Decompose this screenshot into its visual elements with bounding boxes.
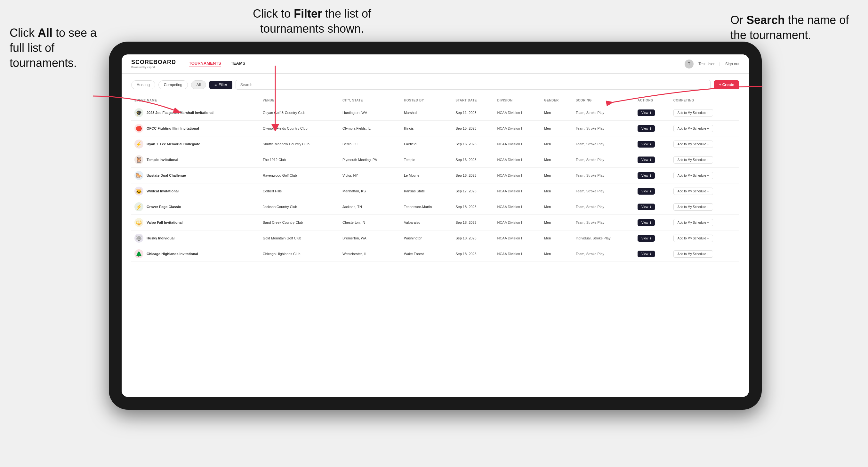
view-button-3[interactable]: View ℹ — [638, 157, 655, 163]
division-0: NCAA Division I — [494, 105, 540, 121]
team-logo-6: ⚡ — [134, 202, 144, 211]
add-schedule-button-5[interactable]: Add to My Schedule + — [673, 188, 713, 195]
add-schedule-button-0[interactable]: Add to My Schedule + — [673, 109, 713, 117]
event-cell-8: 🐺 Husky Individual — [131, 230, 259, 246]
add-schedule-button-9[interactable]: Add to My Schedule + — [673, 250, 713, 258]
actions-cell-3: View ℹ — [634, 152, 670, 168]
tab-hosting[interactable]: Hosting — [131, 80, 155, 89]
scoring-2: Team, Stroke Play — [572, 136, 634, 152]
event-cell-4: 🐎 Upstate Dual Challenge — [131, 168, 259, 183]
add-schedule-button-7[interactable]: Add to My Schedule + — [673, 219, 713, 226]
city-state-1: Olympia Fields, IL — [339, 121, 401, 136]
venue-5: Colbert Hills — [259, 183, 339, 199]
city-state-3: Plymouth Meeting, PA — [339, 152, 401, 168]
scoring-8: Individual, Stroke Play — [572, 230, 634, 246]
actions-cell-4: View ℹ — [634, 168, 670, 183]
venue-1: Olympia Fields Country Club — [259, 121, 339, 136]
team-logo-3: 🦉 — [134, 155, 144, 164]
view-button-0[interactable]: View ℹ — [638, 110, 655, 116]
gender-8: Men — [541, 230, 572, 246]
view-button-4[interactable]: View ℹ — [638, 172, 655, 179]
filter-label: Filter — [219, 83, 227, 87]
nav-link-tournaments[interactable]: TOURNAMENTS — [189, 61, 221, 67]
city-state-8: Bremerton, WA — [339, 230, 401, 246]
event-name-6: Grover Page Classic — [147, 205, 181, 209]
event-name-0: 2023 Joe Feaganes Marshall Invitational — [147, 111, 214, 115]
add-schedule-button-6[interactable]: Add to My Schedule + — [673, 203, 713, 211]
division-5: NCAA Division I — [494, 183, 540, 199]
sign-out-link[interactable]: Sign out — [725, 62, 739, 66]
division-8: NCAA Division I — [494, 230, 540, 246]
division-9: NCAA Division I — [494, 246, 540, 262]
city-state-6: Jackson, TN — [339, 199, 401, 215]
division-2: NCAA Division I — [494, 136, 540, 152]
col-gender: GENDER — [541, 96, 572, 105]
tab-competing[interactable]: Competing — [158, 80, 188, 89]
team-logo-2: ⚡ — [134, 139, 144, 149]
view-button-6[interactable]: View ℹ — [638, 204, 655, 210]
table-row: 🎓 2023 Joe Feaganes Marshall Invitationa… — [131, 105, 739, 121]
tablet-screen: SCOREBOARD Powered by clippd TOURNAMENTS… — [122, 54, 749, 397]
view-button-7[interactable]: View ℹ — [638, 219, 655, 226]
hosted-by-9: Wake Forest — [401, 246, 452, 262]
start-date-5: Sep 17, 2023 — [452, 183, 494, 199]
filter-button[interactable]: ≡ Filter — [209, 81, 232, 89]
view-button-5[interactable]: View ℹ — [638, 188, 655, 195]
table-row: 🐺 Husky Individual Gold Mountain Golf Cl… — [131, 230, 739, 246]
team-logo-9: 🌲 — [134, 249, 144, 258]
table-row: 🔴 OFCC Fighting Illini Invitational Olym… — [131, 121, 739, 136]
add-schedule-button-1[interactable]: Add to My Schedule + — [673, 125, 713, 132]
event-name-2: Ryan T. Lee Memorial Collegiate — [147, 142, 200, 146]
gender-2: Men — [541, 136, 572, 152]
view-button-9[interactable]: View ℹ — [638, 251, 655, 257]
table-row: 🦉 Temple Invitational The 1912 Club Plym… — [131, 152, 739, 168]
add-schedule-button-4[interactable]: Add to My Schedule + — [673, 172, 713, 179]
competing-cell-2: Add to My Schedule + — [670, 136, 739, 152]
competing-cell-9: Add to My Schedule + — [670, 246, 739, 262]
add-schedule-button-8[interactable]: Add to My Schedule + — [673, 235, 713, 242]
view-button-1[interactable]: View ℹ — [638, 125, 655, 132]
view-button-8[interactable]: View ℹ — [638, 235, 655, 242]
annotation-topcenter: Click to Filter the list of tournaments … — [224, 6, 400, 36]
user-name: Test User — [699, 62, 715, 66]
create-button[interactable]: + Create — [714, 80, 739, 89]
event-cell-2: ⚡ Ryan T. Lee Memorial Collegiate — [131, 136, 259, 152]
actions-cell-7: View ℹ — [634, 215, 670, 230]
gender-9: Men — [541, 246, 572, 262]
col-start-date: START DATE — [452, 96, 494, 105]
venue-6: Jackson Country Club — [259, 199, 339, 215]
actions-cell-5: View ℹ — [634, 183, 670, 199]
scoring-0: Team, Stroke Play — [572, 105, 634, 121]
scoring-9: Team, Stroke Play — [572, 246, 634, 262]
gender-4: Men — [541, 168, 572, 183]
col-actions: ACTIONS — [634, 96, 670, 105]
start-date-8: Sep 18, 2023 — [452, 230, 494, 246]
nav-divider: | — [719, 62, 720, 66]
competing-cell-3: Add to My Schedule + — [670, 152, 739, 168]
start-date-0: Sep 11, 2023 — [452, 105, 494, 121]
gender-3: Men — [541, 152, 572, 168]
event-name-4: Upstate Dual Challenge — [147, 174, 186, 177]
hosted-by-5: Kansas State — [401, 183, 452, 199]
table-row: ⚡ Ryan T. Lee Memorial Collegiate Shuttl… — [131, 136, 739, 152]
nav-link-teams[interactable]: TEAMS — [231, 61, 246, 67]
event-cell-1: 🔴 OFCC Fighting Illini Invitational — [131, 121, 259, 136]
division-6: NCAA Division I — [494, 199, 540, 215]
view-button-2[interactable]: View ℹ — [638, 141, 655, 148]
division-4: NCAA Division I — [494, 168, 540, 183]
add-schedule-button-2[interactable]: Add to My Schedule + — [673, 141, 713, 148]
team-logo-5: 🐱 — [134, 187, 144, 195]
search-input[interactable] — [236, 80, 711, 90]
hosted-by-2: Fairfield — [401, 136, 452, 152]
event-name-5: Wildcat Invitational — [147, 189, 179, 193]
start-date-3: Sep 16, 2023 — [452, 152, 494, 168]
venue-8: Gold Mountain Golf Club — [259, 230, 339, 246]
gender-1: Men — [541, 121, 572, 136]
add-schedule-button-3[interactable]: Add to My Schedule + — [673, 156, 713, 163]
col-scoring: SCORING — [572, 96, 634, 105]
table-row: 🔱 Valpo Fall Invitational Sand Creek Cou… — [131, 215, 739, 230]
tab-all[interactable]: All — [191, 80, 206, 89]
tablet-frame: SCOREBOARD Powered by clippd TOURNAMENTS… — [109, 41, 762, 410]
table-row: 🌲 Chicago Highlands Invitational Chicago… — [131, 246, 739, 262]
actions-cell-2: View ℹ — [634, 136, 670, 152]
